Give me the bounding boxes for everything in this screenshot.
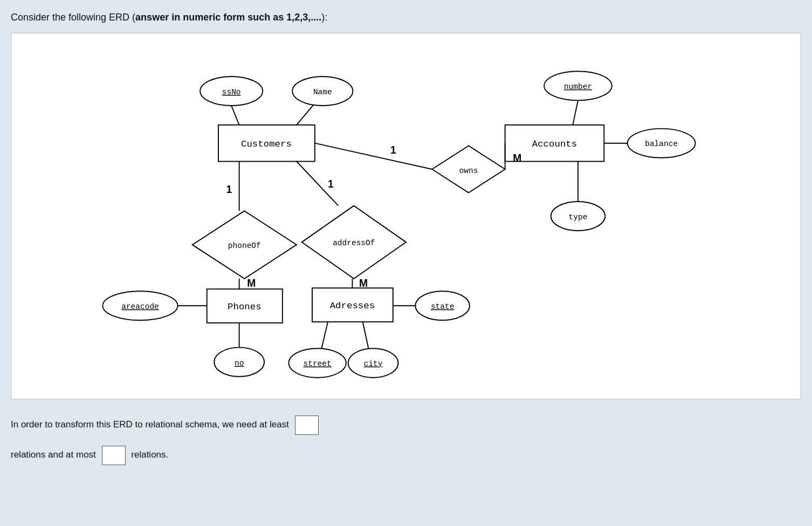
city-label: city (364, 360, 383, 369)
ssno-label: ssNo (222, 88, 241, 96)
erd-diagram: Customers ssNo Name phoneOf 1 addressOf … (11, 33, 801, 399)
cardinality-m-accounts: M (513, 153, 521, 164)
owns-label: owns (459, 167, 478, 175)
question-section: In order to transform this ERD to relati… (11, 416, 801, 465)
cardinality-1-owns: 1 (390, 144, 396, 156)
ssno-line (231, 106, 239, 125)
accounts-label: Accounts (532, 140, 577, 150)
no-label: no (235, 359, 244, 368)
customers-owns-line (315, 143, 432, 169)
balance-label: balance (645, 140, 678, 149)
name-label: Name (313, 88, 332, 96)
question1-line: In order to transform this ERD to relati… (11, 416, 801, 435)
adresses-label: Adresses (330, 301, 375, 311)
phones-label: Phones (228, 302, 262, 312)
street-label: street (304, 360, 332, 369)
cardinality-1-phoneof: 1 (226, 184, 232, 195)
customers-label: Customers (241, 140, 292, 150)
type-label: type (569, 213, 588, 222)
question1-text: In order to transform this ERD to relati… (11, 420, 289, 430)
cardinality-m-phones: M (247, 278, 256, 289)
number-label: number (564, 82, 592, 91)
cardinality-1-addressof: 1 (328, 178, 334, 190)
cardinality-m-adresses: M (359, 278, 368, 289)
street-line (321, 322, 328, 348)
state-label: state (431, 302, 455, 311)
answer-box-1[interactable] (295, 416, 319, 435)
addressof-label: addressOf (333, 239, 375, 247)
city-line (363, 322, 369, 348)
name-line (297, 105, 313, 125)
number-line (573, 101, 578, 125)
question2-text-after: relations. (131, 450, 168, 460)
question2-line: relations and at most relations. (11, 446, 801, 465)
phoneof-label: phoneOf (228, 241, 261, 250)
page-title: Consider the following ERD (answer in nu… (11, 11, 801, 24)
areacode-label: areacode (121, 302, 159, 311)
answer-box-2[interactable] (102, 446, 126, 465)
question2-text-before: relations and at most (11, 450, 96, 460)
